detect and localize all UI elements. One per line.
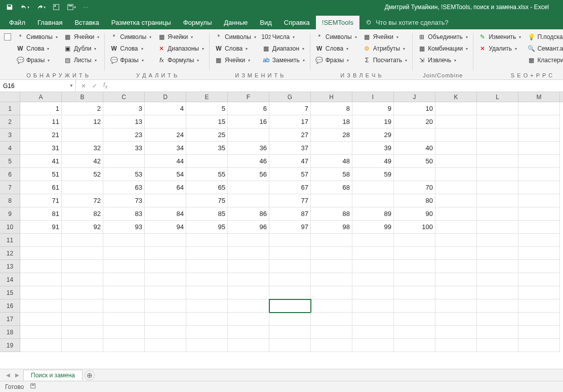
cell-A10[interactable]: 91 (20, 221, 62, 234)
cell-L5[interactable] (477, 155, 518, 168)
cell-I4[interactable]: 39 (352, 142, 394, 155)
col-header-J[interactable]: J (394, 92, 435, 102)
cell-F16[interactable] (228, 299, 269, 313)
row-header-18[interactable]: 18 (0, 326, 20, 339)
qat-custom2-button[interactable]: ▾ (65, 3, 78, 12)
cell-F8[interactable] (228, 194, 269, 207)
cell-C1[interactable]: 3 (103, 102, 145, 115)
cell-D10[interactable]: 94 (145, 221, 186, 234)
cell-F17[interactable] (228, 313, 269, 326)
cell-B2[interactable]: 12 (62, 115, 103, 128)
row-header-3[interactable]: 3 (0, 128, 20, 142)
ribbon-btn-ячейки[interactable]: ▦Ячейки▾ (361, 31, 410, 42)
cell-L8[interactable] (477, 194, 518, 207)
cell-E18[interactable] (186, 326, 228, 339)
cell-F2[interactable]: 16 (228, 115, 269, 128)
cell-F18[interactable] (228, 326, 269, 339)
cell-I12[interactable] (352, 247, 394, 260)
cell-A5[interactable]: 41 (20, 155, 62, 168)
cell-H6[interactable]: 58 (311, 168, 352, 181)
cell-A2[interactable]: 11 (20, 115, 62, 128)
cell-H11[interactable] (311, 234, 352, 247)
cell-D16[interactable] (145, 299, 186, 313)
cell-F11[interactable] (228, 234, 269, 247)
cell-F14[interactable] (228, 273, 269, 286)
row-header-5[interactable]: 5 (0, 155, 20, 168)
col-header-G[interactable]: G (269, 92, 311, 102)
cell-C14[interactable] (103, 273, 145, 286)
cell-H2[interactable]: 18 (311, 115, 352, 128)
sheet-nav-prev[interactable]: ◀ (4, 371, 12, 379)
cell-E17[interactable] (186, 313, 228, 326)
cell-G6[interactable]: 57 (269, 168, 311, 181)
cell-M7[interactable] (518, 181, 560, 194)
sheet-nav-next[interactable]: ▶ (13, 371, 21, 379)
cell-H14[interactable] (311, 273, 352, 286)
select-all-corner[interactable] (0, 92, 20, 102)
cell-I15[interactable] (352, 286, 394, 299)
cell-I17[interactable] (352, 313, 394, 326)
cell-C2[interactable]: 13 (103, 115, 145, 128)
ribbon-btn-кластеризация[interactable]: ▦Кластеризация▾ (525, 55, 563, 66)
cell-I6[interactable]: 59 (352, 168, 394, 181)
cell-E1[interactable]: 5 (186, 102, 228, 115)
row-header-16[interactable]: 16 (0, 299, 20, 313)
cell-I14[interactable] (352, 273, 394, 286)
ribbon-btn-ячейки[interactable]: ▦Ячейки▾ (213, 55, 258, 66)
cell-B6[interactable]: 52 (62, 168, 103, 181)
cell-K5[interactable] (435, 155, 477, 168)
ribbon-btn-диапазоны[interactable]: ✕Диапазоны▾ (155, 43, 206, 54)
cell-L14[interactable] (477, 273, 518, 286)
cell-K13[interactable] (435, 260, 477, 273)
cell-M14[interactable] (518, 273, 560, 286)
row-header-13[interactable]: 13 (0, 260, 20, 273)
ribbon-btn-ячейки[interactable]: ▦Ячейки▾ (62, 31, 101, 42)
cell-J11[interactable] (394, 234, 435, 247)
cell-B11[interactable] (62, 234, 103, 247)
qat-custom1-button[interactable] (51, 3, 62, 12)
cell-G12[interactable] (269, 247, 311, 260)
cell-B13[interactable] (62, 260, 103, 273)
cell-J8[interactable]: 80 (394, 194, 435, 207)
cell-G10[interactable]: 97 (269, 221, 311, 234)
ribbon-btn-фразы[interactable]: 💬Фразы▾ (14, 55, 60, 66)
cell-M12[interactable] (518, 247, 560, 260)
cell-B9[interactable]: 82 (62, 207, 103, 221)
cell-C4[interactable]: 33 (103, 142, 145, 155)
cell-G7[interactable]: 67 (269, 181, 311, 194)
row-header-12[interactable]: 12 (0, 247, 20, 260)
cell-J12[interactable] (394, 247, 435, 260)
ribbon-btn-слова[interactable]: WСлова▾ (213, 43, 258, 54)
cell-D5[interactable]: 44 (145, 155, 186, 168)
col-header-L[interactable]: L (477, 92, 518, 102)
cell-J10[interactable]: 100 (394, 221, 435, 234)
cell-K18[interactable] (435, 326, 477, 339)
redo-button[interactable]: ▾ (34, 3, 48, 12)
cell-B7[interactable] (62, 181, 103, 194)
cell-E7[interactable]: 65 (186, 181, 228, 194)
cell-D8[interactable] (145, 194, 186, 207)
cell-L16[interactable] (477, 299, 518, 313)
name-box-dropdown[interactable]: ▼ (69, 83, 73, 88)
row-header-17[interactable]: 17 (0, 313, 20, 326)
cell-M17[interactable] (518, 313, 560, 326)
cell-L11[interactable] (477, 234, 518, 247)
cell-G5[interactable]: 47 (269, 155, 311, 168)
tab-главная[interactable]: Главная (31, 16, 68, 29)
ribbon-btn-числа[interactable]: 102Числа▾ (260, 31, 307, 42)
row-header-19[interactable]: 19 (0, 339, 20, 352)
tell-me-search[interactable]: Что вы хотите сделать? (359, 16, 455, 29)
ribbon-btn-слова[interactable]: WСлова▾ (108, 43, 153, 54)
cell-J1[interactable]: 10 (394, 102, 435, 115)
cell-J14[interactable] (394, 273, 435, 286)
cell-E12[interactable] (186, 247, 228, 260)
row-header-6[interactable]: 6 (0, 168, 20, 181)
grid-body[interactable]: 1123456789102111213151617181920321232425… (0, 102, 563, 369)
cell-C10[interactable]: 93 (103, 221, 145, 234)
qat-more-button[interactable]: ⋯ (81, 4, 90, 11)
cell-M1[interactable] (518, 102, 560, 115)
cell-G4[interactable]: 37 (269, 142, 311, 155)
cell-C15[interactable] (103, 286, 145, 299)
cell-G16[interactable] (269, 299, 311, 313)
cell-D1[interactable]: 4 (145, 102, 186, 115)
